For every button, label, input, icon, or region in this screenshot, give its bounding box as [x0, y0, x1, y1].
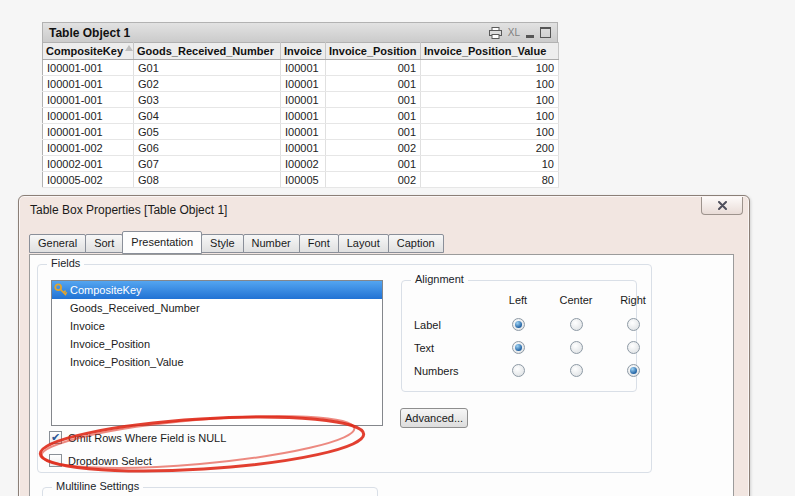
radio-label-center[interactable]: [570, 318, 583, 331]
omit-null-label: Omit Rows Where Field is NULL: [68, 432, 226, 444]
table-header-row: CompositeKey Goods_Received_Number Invoi…: [43, 43, 559, 60]
table-row[interactable]: I00001-001G02I00001001100: [43, 76, 559, 92]
radio-numbers-left[interactable]: [512, 364, 525, 377]
fields-group-label: Fields: [47, 257, 84, 269]
tab-layout[interactable]: Layout: [338, 234, 389, 253]
table-row[interactable]: I00001-001G03I00001001100: [43, 92, 559, 108]
tab-sort[interactable]: Sort: [85, 234, 123, 253]
table-window-caption[interactable]: Table Object 1 XL: [42, 22, 558, 42]
close-button[interactable]: [701, 197, 743, 215]
table-row[interactable]: I00001-001G05I00001001100: [43, 124, 559, 140]
field-list-item[interactable]: Invoice_Position: [52, 335, 382, 353]
multiline-settings-label: Multiline Settings: [52, 480, 143, 492]
table-row[interactable]: I00005-002G08I0000500280: [43, 172, 559, 188]
radio-text-right[interactable]: [627, 341, 640, 354]
tab-number[interactable]: Number: [243, 234, 300, 253]
advanced-button[interactable]: Advanced...: [400, 408, 468, 428]
tab-style[interactable]: Style: [201, 234, 243, 253]
close-icon: [718, 201, 727, 210]
excel-export-icon[interactable]: XL: [508, 28, 520, 38]
dropdown-select-checkbox[interactable]: [49, 454, 62, 467]
align-col-right: Right: [606, 294, 660, 306]
field-list-item[interactable]: Goods_Received_Number: [52, 299, 382, 317]
field-list-item[interactable]: Invoice: [52, 317, 382, 335]
data-table: CompositeKey Goods_Received_Number Invoi…: [42, 42, 559, 188]
table-object-window: Table Object 1 XL CompositeKey: [42, 22, 558, 188]
align-row-label: Label: [414, 319, 490, 331]
multiline-settings-groupbox: Multiline Settings: [42, 487, 378, 496]
alignment-groupbox: Alignment Left Center Right Label Text: [401, 280, 637, 392]
tablebox-properties-dialog: Table Box Properties [Table Object 1] Ge…: [18, 195, 750, 496]
alignment-group-label: Alignment: [411, 273, 468, 285]
table-row[interactable]: I00002-001G07I0000200110: [43, 156, 559, 172]
fields-groupbox: Fields CompositeKey Goods_Received_Numbe…: [37, 264, 652, 473]
maximize-icon[interactable]: [540, 27, 551, 38]
omit-null-checkbox-row: Omit Rows Where Field is NULL: [49, 431, 226, 444]
radio-text-center[interactable]: [570, 341, 583, 354]
alignment-grid: Left Center Right Label Text Numbers: [402, 281, 636, 382]
dialog-tab-strip: General Sort Presentation Style Number F…: [29, 231, 443, 253]
table-row[interactable]: I00001-001G01I00001001100: [43, 60, 559, 76]
tab-font[interactable]: Font: [299, 234, 339, 253]
table-window-title: Table Object 1: [49, 26, 130, 40]
omit-null-checkbox[interactable]: [49, 431, 62, 444]
tab-presentation[interactable]: Presentation: [122, 231, 202, 254]
column-header-invoice-position-value[interactable]: Invoice_Position_Value: [421, 43, 559, 60]
tab-caption[interactable]: Caption: [388, 234, 444, 253]
field-list-item[interactable]: CompositeKey: [52, 281, 382, 299]
table-row[interactable]: I00001-001G04I00001001100: [43, 108, 559, 124]
screen: Table Object 1 XL CompositeKey: [0, 0, 795, 496]
radio-label-right[interactable]: [627, 318, 640, 331]
tab-general[interactable]: General: [29, 234, 86, 253]
dialog-title: Table Box Properties [Table Object 1]: [30, 203, 227, 217]
align-row-numbers: Numbers: [414, 365, 490, 377]
print-icon[interactable]: [489, 27, 502, 39]
radio-numbers-center[interactable]: [570, 364, 583, 377]
presentation-tab-panel: Fields CompositeKey Goods_Received_Numbe…: [29, 254, 734, 496]
column-header-goods-received-number[interactable]: Goods_Received_Number: [134, 43, 281, 60]
align-col-center: Center: [546, 294, 606, 306]
radio-text-left[interactable]: [512, 341, 525, 354]
column-header-compositekey[interactable]: CompositeKey: [43, 43, 134, 60]
table-row[interactable]: I00001-002G06I00001002200: [43, 140, 559, 156]
column-header-invoice[interactable]: Invoice: [281, 43, 326, 60]
caption-icons: XL: [489, 27, 551, 39]
field-list-item[interactable]: Invoice_Position_Value: [52, 353, 382, 371]
radio-label-left[interactable]: [512, 318, 525, 331]
minimize-icon[interactable]: [526, 35, 534, 38]
align-row-text: Text: [414, 342, 490, 354]
align-col-left: Left: [490, 294, 546, 306]
key-icon: [54, 283, 68, 297]
radio-numbers-right[interactable]: [627, 364, 640, 377]
sort-indicator-icon: [125, 45, 133, 51]
dropdown-select-label: Dropdown Select: [68, 455, 152, 467]
field-listbox[interactable]: CompositeKey Goods_Received_Number Invoi…: [51, 280, 383, 426]
dropdown-select-checkbox-row: Dropdown Select: [49, 454, 152, 467]
column-header-invoice-position[interactable]: Invoice_Position: [326, 43, 421, 60]
